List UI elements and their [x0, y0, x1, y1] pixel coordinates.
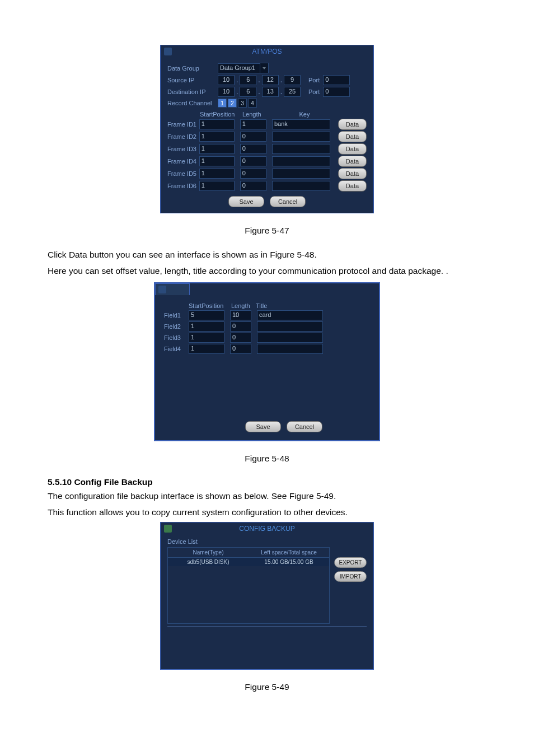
frame4-len[interactable]: 0: [240, 156, 266, 166]
frame-row: Frame ID2 1 0 Data: [167, 131, 367, 142]
atm-icon: [164, 48, 172, 55]
import-button[interactable]: IMPORT: [334, 571, 367, 582]
dst-ip-2[interactable]: 6: [240, 87, 256, 97]
field3-sp[interactable]: 1: [189, 333, 224, 343]
field3-len[interactable]: 0: [230, 333, 251, 343]
frame-row: Frame ID1 1 1 bank Data: [167, 119, 367, 130]
frame2-key[interactable]: [272, 132, 330, 142]
frame1-key[interactable]: bank: [272, 119, 330, 129]
field-row: Field2 1 0: [164, 321, 370, 332]
label-dest-ip: Destination IP: [167, 88, 218, 95]
field-row: Field4 1 0: [164, 344, 370, 354]
frame3-data-button[interactable]: Data: [338, 143, 367, 155]
frame6-key[interactable]: [272, 181, 330, 191]
config-backup-icon: [164, 525, 172, 533]
save-button[interactable]: Save: [228, 196, 264, 207]
label-source-ip: Source IP: [167, 77, 218, 83]
figure-caption: Figure 5-48: [48, 454, 486, 464]
frame-row: Frame ID6 1 0 Data: [167, 180, 367, 192]
label-device-list: Device List: [167, 538, 367, 545]
chevron-down-icon: [263, 67, 266, 69]
field2-sp[interactable]: 1: [189, 321, 224, 332]
frame3-key[interactable]: [272, 144, 330, 154]
atmpos-dialog: ATM/POS Data Group Data Group1 Source IP…: [160, 45, 374, 213]
dialog-icon: [158, 286, 166, 293]
paragraph: Here you can set offset value, length, t…: [48, 264, 486, 277]
field-row: Field3 1 0: [164, 333, 370, 343]
config-backup-dialog: CONFIG BACKUP Device List Name(Type) Lef…: [160, 522, 374, 670]
dst-ip-1[interactable]: 10: [218, 87, 235, 97]
frame-row: Frame ID3 1 0 Data: [167, 143, 367, 155]
label-record-channel: Record Channel: [167, 100, 218, 106]
cancel-button[interactable]: Cancel: [287, 421, 322, 432]
frame1-data-button[interactable]: Data: [338, 119, 367, 130]
frame4-key[interactable]: [272, 156, 330, 166]
frame6-sp[interactable]: 1: [199, 181, 235, 191]
channel-4[interactable]: 4: [248, 99, 257, 108]
figure-caption: Figure 5-47: [48, 226, 486, 236]
frame-row: Frame ID4 1 0 Data: [167, 156, 367, 167]
frame-row: Frame ID5 1 0 Data: [167, 168, 367, 179]
dialog-title: ATM/POS: [161, 45, 373, 58]
frame1-sp[interactable]: 1: [199, 119, 235, 129]
col-length: Length: [231, 302, 256, 309]
channel-1[interactable]: 1: [218, 99, 227, 108]
figure-caption: Figure 5-49: [48, 682, 486, 692]
paragraph: Click Data button you can see an interfa…: [48, 248, 486, 261]
src-ip-4[interactable]: 9: [284, 75, 301, 85]
device-space: 15.00 GB/15.00 GB: [249, 558, 329, 566]
src-ip-1[interactable]: 10: [218, 75, 235, 85]
record-channel-group: 1 2 3 4: [218, 99, 257, 108]
frame4-data-button[interactable]: Data: [338, 156, 367, 167]
col-space: Left space/Total space: [249, 548, 329, 557]
paragraph: The configuration file backup interface …: [48, 489, 486, 502]
field2-len[interactable]: 0: [230, 321, 251, 332]
field1-len[interactable]: 10: [230, 310, 251, 320]
field3-title[interactable]: [257, 333, 323, 343]
field1-sp[interactable]: 5: [189, 310, 224, 320]
col-key: Key: [274, 111, 335, 118]
frame5-key[interactable]: [272, 169, 330, 179]
field-dialog: StartPosition Length Title Field1 5 10 c…: [154, 282, 380, 441]
frame5-sp[interactable]: 1: [199, 169, 235, 179]
frame6-len[interactable]: 0: [240, 181, 266, 191]
src-ip-2[interactable]: 6: [240, 75, 256, 85]
device-name: sdb5(USB DISK): [168, 558, 249, 566]
frame2-len[interactable]: 0: [240, 132, 266, 142]
col-title: Title: [256, 302, 267, 309]
dialog-title: CONFIG BACKUP: [161, 522, 373, 535]
frame2-data-button[interactable]: Data: [338, 131, 367, 142]
channel-3[interactable]: 3: [238, 99, 247, 108]
dst-ip-3[interactable]: 13: [262, 87, 279, 97]
frame6-data-button[interactable]: Data: [338, 180, 367, 192]
channel-2[interactable]: 2: [228, 99, 237, 108]
frame3-sp[interactable]: 1: [199, 144, 235, 154]
frame4-sp[interactable]: 1: [199, 156, 235, 166]
frame5-len[interactable]: 0: [240, 169, 266, 179]
cancel-button[interactable]: Cancel: [270, 196, 306, 207]
device-row[interactable]: sdb5(USB DISK) 15.00 GB/15.00 GB: [168, 558, 329, 566]
frame1-len[interactable]: 1: [240, 119, 266, 129]
field-row: Field1 5 10 card: [164, 310, 370, 320]
field4-title[interactable]: [257, 344, 323, 354]
data-group-select[interactable]: Data Group1: [218, 63, 269, 73]
src-ip-3[interactable]: 12: [262, 75, 279, 85]
field4-sp[interactable]: 1: [189, 344, 224, 354]
frame5-data-button[interactable]: Data: [338, 168, 367, 179]
label-src-port: Port: [308, 77, 320, 83]
field2-title[interactable]: [257, 321, 323, 332]
device-table: Name(Type) Left space/Total space sdb5(U…: [167, 547, 330, 624]
col-length: Length: [242, 111, 274, 118]
dst-port-input[interactable]: 0: [323, 87, 350, 97]
frame2-sp[interactable]: 1: [199, 132, 235, 142]
save-button[interactable]: Save: [245, 421, 281, 432]
src-port-input[interactable]: 0: [323, 75, 350, 85]
dst-ip-4[interactable]: 25: [284, 87, 301, 97]
col-startposition: StartPosition: [200, 111, 242, 118]
export-button[interactable]: EXPORT: [334, 557, 367, 568]
label-data-group: Data Group: [167, 65, 218, 72]
frame3-len[interactable]: 0: [240, 144, 266, 154]
field1-title[interactable]: card: [257, 310, 323, 320]
section-heading: 5.5.10 Config File Backup: [48, 477, 486, 487]
field4-len[interactable]: 0: [230, 344, 251, 354]
